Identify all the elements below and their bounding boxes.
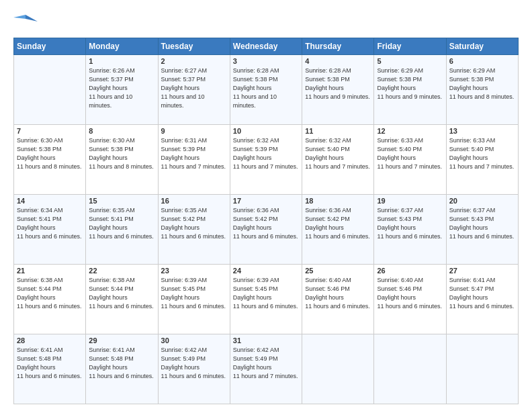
day-cell: 25 Sunrise: 6:40 AM Sunset: 5:46 PM Dayl… [302,265,374,334]
week-row-4: 21 Sunrise: 6:38 AM Sunset: 5:44 PM Dayl… [14,265,519,334]
week-row-1: 1 Sunrise: 6:26 AM Sunset: 5:37 PM Dayli… [14,55,519,125]
day-number: 16 [161,197,227,205]
svg-marker-0 [26,15,38,21]
day-info: Sunrise: 6:38 AM Sunset: 5:44 PM Dayligh… [17,276,83,311]
day-info: Sunrise: 6:40 AM Sunset: 5:46 PM Dayligh… [377,276,443,311]
day-cell: 30 Sunrise: 6:42 AM Sunset: 5:49 PM Dayl… [158,334,230,404]
day-cell: 2 Sunrise: 6:27 AM Sunset: 5:37 PM Dayli… [158,55,230,125]
day-cell: 23 Sunrise: 6:39 AM Sunset: 5:45 PM Dayl… [158,265,230,334]
weekday-tuesday: Tuesday [158,38,230,55]
day-cell: 7 Sunrise: 6:30 AM Sunset: 5:38 PM Dayli… [14,125,86,195]
day-cell: 11 Sunrise: 6:32 AM Sunset: 5:40 PM Dayl… [302,125,374,195]
day-cell: 27 Sunrise: 6:41 AM Sunset: 5:47 PM Dayl… [446,265,518,334]
day-cell [302,334,374,404]
day-cell: 21 Sunrise: 6:38 AM Sunset: 5:44 PM Dayl… [14,265,86,334]
week-row-5: 28 Sunrise: 6:41 AM Sunset: 5:48 PM Dayl… [14,334,519,404]
weekday-thursday: Thursday [302,38,374,55]
day-info: Sunrise: 6:39 AM Sunset: 5:45 PM Dayligh… [233,276,299,311]
day-info: Sunrise: 6:30 AM Sunset: 5:38 PM Dayligh… [89,136,154,171]
day-info: Sunrise: 6:32 AM Sunset: 5:39 PM Dayligh… [233,136,299,171]
day-cell [446,334,518,404]
day-cell: 3 Sunrise: 6:28 AM Sunset: 5:38 PM Dayli… [230,55,302,125]
day-cell: 24 Sunrise: 6:39 AM Sunset: 5:45 PM Dayl… [230,265,302,334]
day-number: 21 [17,267,83,275]
day-number: 12 [377,127,443,135]
day-info: Sunrise: 6:36 AM Sunset: 5:42 PM Dayligh… [233,206,299,241]
day-number: 28 [17,336,83,345]
day-info: Sunrise: 6:30 AM Sunset: 5:38 PM Dayligh… [17,136,83,171]
day-cell: 20 Sunrise: 6:37 AM Sunset: 5:43 PM Dayl… [446,195,518,265]
day-info: Sunrise: 6:26 AM Sunset: 5:37 PM Dayligh… [89,66,154,110]
day-number: 6 [449,57,515,65]
day-cell: 6 Sunrise: 6:29 AM Sunset: 5:38 PM Dayli… [446,55,518,125]
day-number: 8 [89,127,154,135]
day-info: Sunrise: 6:33 AM Sunset: 5:40 PM Dayligh… [377,136,443,171]
day-cell: 22 Sunrise: 6:38 AM Sunset: 5:44 PM Dayl… [86,265,158,334]
day-number: 10 [233,127,299,135]
day-info: Sunrise: 6:29 AM Sunset: 5:38 PM Dayligh… [449,66,515,101]
day-cell: 4 Sunrise: 6:28 AM Sunset: 5:38 PM Dayli… [302,55,374,125]
weekday-header-row: SundayMondayTuesdayWednesdayThursdayFrid… [14,38,519,55]
day-cell: 14 Sunrise: 6:34 AM Sunset: 5:41 PM Dayl… [14,195,86,265]
day-info: Sunrise: 6:27 AM Sunset: 5:37 PM Dayligh… [161,66,227,110]
day-cell: 31 Sunrise: 6:42 AM Sunset: 5:49 PM Dayl… [230,334,302,404]
day-number: 15 [89,197,154,205]
day-info: Sunrise: 6:32 AM Sunset: 5:40 PM Dayligh… [305,136,371,171]
day-number: 11 [305,127,371,135]
day-number: 20 [449,197,515,205]
day-info: Sunrise: 6:28 AM Sunset: 5:38 PM Dayligh… [305,66,371,101]
day-cell [374,334,446,404]
day-info: Sunrise: 6:42 AM Sunset: 5:49 PM Dayligh… [233,346,299,381]
day-number: 23 [161,267,227,275]
day-cell: 17 Sunrise: 6:36 AM Sunset: 5:42 PM Dayl… [230,195,302,265]
day-cell: 26 Sunrise: 6:40 AM Sunset: 5:46 PM Dayl… [374,265,446,334]
day-info: Sunrise: 6:31 AM Sunset: 5:39 PM Dayligh… [161,136,227,171]
day-info: Sunrise: 6:36 AM Sunset: 5:42 PM Dayligh… [305,206,371,241]
day-number: 25 [305,267,371,275]
day-number: 22 [89,267,154,275]
weekday-monday: Monday [86,38,158,55]
day-number: 29 [89,336,154,345]
day-info: Sunrise: 6:41 AM Sunset: 5:48 PM Dayligh… [89,346,154,381]
day-cell: 18 Sunrise: 6:36 AM Sunset: 5:42 PM Dayl… [302,195,374,265]
day-number: 19 [377,197,443,205]
day-cell [14,55,86,125]
day-number: 5 [377,57,443,65]
day-cell: 16 Sunrise: 6:35 AM Sunset: 5:42 PM Dayl… [158,195,230,265]
day-cell: 28 Sunrise: 6:41 AM Sunset: 5:48 PM Dayl… [14,334,86,404]
day-cell: 9 Sunrise: 6:31 AM Sunset: 5:39 PM Dayli… [158,125,230,195]
calendar-table: SundayMondayTuesdayWednesdayThursdayFrid… [13,38,519,404]
day-info: Sunrise: 6:42 AM Sunset: 5:49 PM Dayligh… [161,346,227,381]
day-cell: 5 Sunrise: 6:29 AM Sunset: 5:38 PM Dayli… [374,55,446,125]
day-info: Sunrise: 6:33 AM Sunset: 5:40 PM Dayligh… [449,136,515,171]
day-info: Sunrise: 6:29 AM Sunset: 5:38 PM Dayligh… [377,66,443,101]
day-info: Sunrise: 6:35 AM Sunset: 5:41 PM Dayligh… [89,206,154,241]
day-cell: 8 Sunrise: 6:30 AM Sunset: 5:38 PM Dayli… [86,125,158,195]
day-info: Sunrise: 6:38 AM Sunset: 5:44 PM Dayligh… [89,276,154,311]
day-number: 3 [233,57,299,65]
day-number: 24 [233,267,299,275]
svg-marker-1 [13,15,26,19]
header [13,12,519,31]
day-info: Sunrise: 6:40 AM Sunset: 5:46 PM Dayligh… [305,276,371,311]
weekday-sunday: Sunday [14,38,86,55]
logo [13,12,40,31]
day-number: 31 [233,336,299,345]
day-info: Sunrise: 6:41 AM Sunset: 5:48 PM Dayligh… [17,346,83,381]
logo-bird-icon [13,12,38,31]
weekday-saturday: Saturday [446,38,518,55]
day-info: Sunrise: 6:41 AM Sunset: 5:47 PM Dayligh… [449,276,515,311]
day-cell: 1 Sunrise: 6:26 AM Sunset: 5:37 PM Dayli… [86,55,158,125]
day-info: Sunrise: 6:39 AM Sunset: 5:45 PM Dayligh… [161,276,227,311]
day-number: 30 [161,336,227,345]
day-info: Sunrise: 6:34 AM Sunset: 5:41 PM Dayligh… [17,206,83,241]
day-number: 1 [89,57,154,65]
day-info: Sunrise: 6:28 AM Sunset: 5:38 PM Dayligh… [233,66,299,110]
day-number: 9 [161,127,227,135]
weekday-friday: Friday [374,38,446,55]
page: SundayMondayTuesdayWednesdayThursdayFrid… [0,0,532,411]
day-number: 26 [377,267,443,275]
day-number: 4 [305,57,371,65]
week-row-2: 7 Sunrise: 6:30 AM Sunset: 5:38 PM Dayli… [14,125,519,195]
day-cell: 13 Sunrise: 6:33 AM Sunset: 5:40 PM Dayl… [446,125,518,195]
